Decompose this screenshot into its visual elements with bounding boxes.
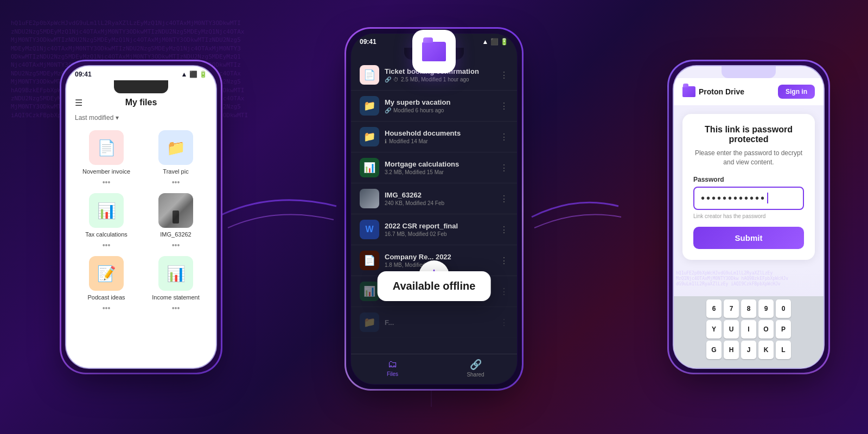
sign-in-button[interactable]: Sign in xyxy=(778,85,815,99)
nav-shared-label: Shared xyxy=(467,372,484,378)
more-icon[interactable]: ⋮ xyxy=(500,70,508,80)
doc-icon: 📝 xyxy=(89,256,124,291)
password-input-wrapper[interactable]: •••••••••••• xyxy=(693,187,804,210)
file-options[interactable]: ••• xyxy=(103,241,111,250)
figure xyxy=(173,210,179,224)
folder-icon xyxy=(422,42,446,61)
key-l[interactable]: L xyxy=(776,341,791,359)
file-options[interactable]: ••• xyxy=(172,241,180,250)
proton-logo-text: Proton Drive xyxy=(699,87,744,96)
password-card-desc: Please enter the password to decrypt and… xyxy=(693,149,804,167)
left-status-time: 09:41 xyxy=(75,71,92,78)
keyboard-area: hQ1uFE2p0bXpWcHJvdG9uLm1lL2RyaXZlLzEy Mz… xyxy=(674,269,824,368)
key-g[interactable]: G xyxy=(706,341,722,359)
more-icon[interactable]: ⋮ xyxy=(500,286,508,297)
table-row[interactable]: 📁 My superb vacation 🔗Modified 6 hours a… xyxy=(351,91,517,122)
left-phone-notch xyxy=(114,80,168,93)
password-label: Password xyxy=(693,176,804,183)
list-item[interactable]: 📄 November invoice ••• xyxy=(75,130,138,187)
key-o[interactable]: O xyxy=(758,320,774,339)
nav-files[interactable]: 🗂 Files xyxy=(351,359,434,378)
password-card-title: This link is password protected xyxy=(693,125,804,144)
right-phone-header: Proton Drive Sign in xyxy=(674,78,824,105)
shared-icon: 🔗 xyxy=(470,359,482,371)
file-name: November invoice xyxy=(82,168,130,175)
left-sort[interactable]: Last modified ▾ xyxy=(66,112,216,126)
more-icon[interactable]: ⋮ xyxy=(500,101,508,111)
image-thumbnail xyxy=(158,193,193,228)
password-card: This link is password protected Please e… xyxy=(682,114,815,260)
offline-toast-text: Available offline xyxy=(393,280,476,292)
list-item[interactable]: 📊 Income statement ••• xyxy=(144,256,207,312)
keyboard-row-ghjkl: G H J K L xyxy=(676,341,821,359)
list-item[interactable]: 📊 Tax calculations ••• xyxy=(75,193,138,250)
table-row[interactable]: W 2022 CSR report_final 16.7 MB, Modifie… xyxy=(351,214,517,245)
folder-icon: 📁 xyxy=(158,130,193,165)
table-row[interactable]: 📁 Household documents ℹModified 14 Mar ⋮ xyxy=(351,122,517,152)
key-h[interactable]: H xyxy=(724,341,739,359)
center-file-list: 📄 Ticket booking confirmation 🔗⏱2.5 MB, … xyxy=(351,60,517,354)
files-icon: 🗂 xyxy=(388,359,398,370)
key-j[interactable]: J xyxy=(741,341,756,359)
sort-label: Last modified xyxy=(75,114,113,122)
key-k[interactable]: K xyxy=(758,341,774,359)
left-status-bar: 09:41 ▲ ⬛ 🔋 xyxy=(66,66,216,80)
center-status-time: 09:41 xyxy=(360,38,376,46)
more-icon[interactable]: ⋮ xyxy=(500,225,508,235)
list-item[interactable]: 📝 Podcast ideas ••• xyxy=(75,256,138,312)
left-header-title: My files xyxy=(125,98,157,107)
file-name: 2022 CSR report_final xyxy=(385,222,494,230)
nav-files-label: Files xyxy=(387,371,398,377)
word-icon: W xyxy=(360,220,379,239)
more-icon[interactable]: ⋮ xyxy=(500,194,508,204)
key-9[interactable]: 9 xyxy=(758,299,774,318)
file-name: Podcast ideas xyxy=(87,294,125,301)
table-row[interactable]: 📁 F... ⋮ xyxy=(351,307,517,338)
more-icon[interactable]: ⋮ xyxy=(500,163,508,173)
thumbnail-photo xyxy=(158,193,193,228)
file-name: Household documents xyxy=(385,129,494,137)
pdf-icon: 📄 xyxy=(89,130,124,165)
cursor xyxy=(767,193,768,203)
bg-code-right: hQ1uFE2p0bXpWcHJvdG9uLm1lL2RyaXZlLzEy Mz… xyxy=(674,269,824,290)
left-header: ☰ My files xyxy=(66,93,216,112)
list-item[interactable]: 📁 Travel pic ••• xyxy=(144,130,207,187)
doc-icon: 📄 xyxy=(360,251,379,270)
file-name: F... xyxy=(385,318,494,327)
key-i[interactable]: I xyxy=(741,320,756,339)
table-row[interactable]: IMG_63262 240 KB, Modified 24 Feb ⋮ xyxy=(351,183,517,214)
more-icon[interactable]: ⋮ xyxy=(500,256,508,266)
file-options[interactable]: ••• xyxy=(172,304,180,312)
left-status-icons: ▲ ⬛ 🔋 xyxy=(181,71,207,78)
list-item[interactable]: IMG_63262 ••• xyxy=(144,193,207,250)
more-icon[interactable]: ⋮ xyxy=(500,132,508,142)
more-icon[interactable]: ⋮ xyxy=(500,317,508,328)
file-options[interactable]: ••• xyxy=(103,178,111,187)
file-info: My superb vacation 🔗Modified 6 hours ago xyxy=(385,98,494,113)
key-0[interactable]: 0 xyxy=(776,299,791,318)
file-options[interactable]: ••• xyxy=(172,178,180,187)
nav-shared[interactable]: 🔗 Shared xyxy=(434,359,517,378)
file-meta: ℹModified 14 Mar xyxy=(385,138,494,144)
key-7[interactable]: 7 xyxy=(724,299,739,318)
key-6[interactable]: 6 xyxy=(706,299,722,318)
key-p[interactable]: P xyxy=(776,320,791,339)
menu-icon[interactable]: ☰ xyxy=(75,98,82,108)
table-row[interactable]: 📊 Mortgage calculations 3.2 MB, Modified… xyxy=(351,152,517,183)
file-name: Mortgage calculations xyxy=(385,160,494,168)
left-files-grid: 📄 November invoice ••• 📁 Travel pic ••• … xyxy=(66,126,216,317)
key-8[interactable]: 8 xyxy=(741,299,756,318)
key-y[interactable]: Y xyxy=(706,320,722,339)
file-options[interactable]: ••• xyxy=(103,304,111,312)
key-u[interactable]: U xyxy=(724,320,739,339)
file-meta: 🔗⏱2.5 MB, Modified 1 hour ago xyxy=(385,76,494,82)
right-phone: Proton Drive Sign in This link is passwo… xyxy=(673,65,825,369)
file-name: My superb vacation xyxy=(385,98,494,106)
file-info: Household documents ℹModified 14 Mar xyxy=(385,129,494,144)
sheets-icon: 📊 xyxy=(89,193,124,228)
folder-icon: 📁 xyxy=(360,96,379,116)
sheets-icon: 📊 xyxy=(360,282,379,301)
file-meta: 3.2 MB, Modified 15 Mar xyxy=(385,169,494,175)
file-meta: 16.7 MB, Modified 02 Feb xyxy=(385,231,494,237)
submit-button[interactable]: Submit xyxy=(693,227,804,249)
